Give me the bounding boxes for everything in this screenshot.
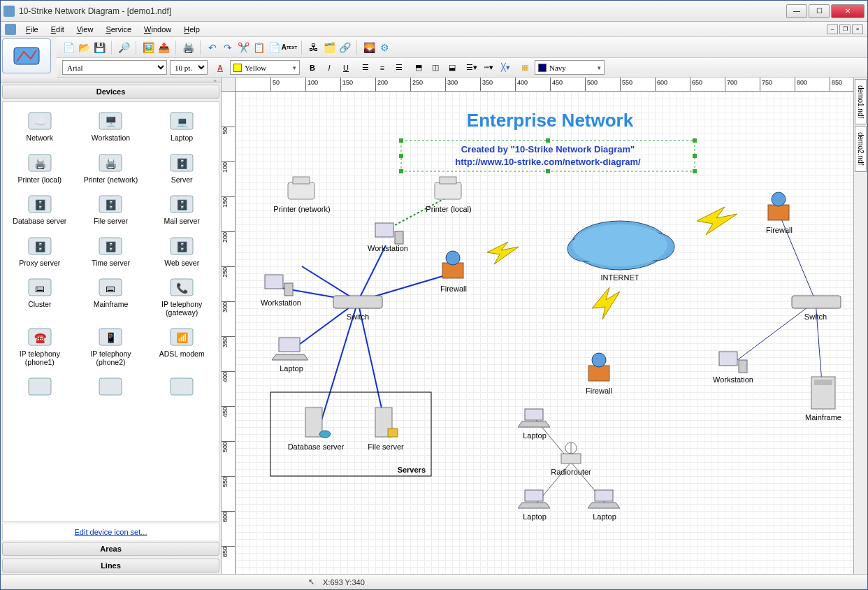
menu-window[interactable]: Window — [138, 24, 177, 35]
valign-middle-button[interactable]: ◫ — [428, 61, 442, 75]
menu-file[interactable]: File — [20, 24, 44, 35]
printer-network-node[interactable]: Printer (network) — [273, 177, 330, 213]
redo-icon[interactable]: ↷ — [222, 41, 234, 54]
device-palette-item[interactable]: ☎️IP telephony (phone1) — [4, 321, 75, 370]
valign-top-button[interactable]: ⬒ — [412, 61, 426, 75]
titlebar[interactable]: 10-Strike Network Diagram - [demo1.ndf] … — [1, 1, 867, 22]
add-link-icon[interactable]: 🔗 — [338, 41, 351, 54]
align-right-button[interactable]: ☰ — [392, 61, 406, 75]
device-palette-item[interactable]: 💻Laptop — [146, 105, 217, 147]
line-color-combo[interactable]: Navy ▾ — [535, 60, 605, 75]
laptop-rr3-node[interactable]: Laptop — [588, 490, 620, 521]
cut-icon[interactable]: ✂️ — [237, 41, 249, 54]
lines-panel-header[interactable]: Lines — [2, 559, 219, 573]
device-palette-item[interactable]: ☁️Network — [4, 105, 75, 147]
device-palette-item[interactable]: 🖴Cluster — [4, 271, 75, 321]
diagram-canvas[interactable]: Enterprise Network Created by "10-Strike… — [236, 92, 853, 574]
laptop-rr2-node[interactable]: Laptop — [518, 490, 550, 521]
devices-panel-header[interactable]: Devices — [2, 85, 219, 99]
italic-button[interactable]: I — [322, 61, 336, 75]
printer-local-node[interactable]: Printer (local) — [426, 177, 471, 213]
font-size-select[interactable]: 10 pt. — [170, 60, 208, 75]
switch-center-node[interactable]: Switch — [333, 296, 382, 321]
line-style-button[interactable]: ┉▾ — [482, 61, 496, 75]
mdi-close-button[interactable]: × — [852, 24, 863, 34]
switch-right-node[interactable]: Switch — [792, 296, 841, 321]
fill-style-button[interactable]: ▦ — [518, 61, 532, 75]
undo-icon[interactable]: ↶ — [206, 41, 219, 54]
device-palette-item[interactable]: 📱IP telephony (phone2) — [75, 321, 147, 370]
device-palette-item[interactable]: 🗄️Proxy server — [4, 230, 75, 272]
paste-icon[interactable]: 📄 — [268, 41, 280, 54]
line-width-button[interactable]: ☰▾ — [465, 61, 479, 75]
file-server-node[interactable]: File server — [368, 408, 404, 451]
servers-group-box[interactable] — [270, 392, 431, 476]
radiorouter-node[interactable]: Radiorouter — [551, 442, 591, 476]
device-palette-item[interactable]: 🖴Mainframe — [75, 271, 147, 321]
sidebar-grip[interactable]: « — [1, 78, 221, 83]
device-palette-item[interactable]: 🖨️Printer (local) — [4, 147, 75, 189]
internet-node[interactable]: INTERNET — [567, 221, 674, 282]
firewall-right-node[interactable]: Firewall — [766, 192, 793, 234]
device-palette-item[interactable]: 🗄️Server — [146, 147, 217, 189]
valign-bottom-button[interactable]: ⬓ — [445, 61, 459, 75]
device-palette-item[interactable]: 🗄️Time server — [75, 230, 147, 272]
svg-text:Laptop: Laptop — [523, 431, 547, 440]
mdi-minimize-button[interactable]: – — [827, 24, 838, 34]
device-palette-item[interactable] — [4, 370, 75, 404]
workstation-right-node[interactable]: Workstation — [713, 352, 753, 384]
device-palette-item[interactable]: 🗄️Mail server — [146, 188, 217, 230]
copy-icon[interactable]: 📋 — [252, 41, 265, 54]
firewall-bottom-node[interactable]: Firewall — [586, 353, 612, 395]
maximize-button[interactable]: ☐ — [809, 4, 830, 18]
font-color-button[interactable]: A — [213, 61, 227, 75]
bold-button[interactable]: B — [305, 61, 319, 75]
device-palette-item[interactable]: 🗄️Web sever — [146, 230, 217, 272]
picture-icon[interactable]: 🌄 — [363, 41, 375, 54]
scan-icon[interactable]: 🔎 — [117, 41, 130, 54]
workstation-top-node[interactable]: Workstation — [368, 223, 408, 252]
menu-view[interactable]: View — [71, 24, 99, 35]
areas-panel-header[interactable]: Areas — [2, 542, 219, 556]
line-pattern-button[interactable]: ╳▾ — [498, 61, 512, 75]
save-icon[interactable]: 💾 — [93, 41, 106, 54]
edit-icon-set-link[interactable]: Edit device icon set... — [2, 524, 219, 540]
device-palette-item[interactable]: 🖨️Printer (network) — [75, 147, 147, 189]
tab-demo2[interactable]: demo2.ndf — [855, 126, 867, 171]
device-label: Cluster — [28, 301, 51, 309]
mainframe-node[interactable]: Mainframe — [805, 377, 841, 422]
device-palette-item[interactable]: 📶ADSL modem — [146, 321, 217, 370]
export-icon[interactable]: 📤 — [157, 41, 170, 54]
device-palette-item[interactable] — [146, 370, 217, 404]
settings-icon[interactable]: ⚙ — [378, 41, 391, 54]
device-palette-item[interactable]: 🗄️File server — [75, 188, 147, 230]
laptop-rr1-node[interactable]: Laptop — [518, 409, 550, 440]
mdi-restore-button[interactable]: ❐ — [839, 24, 851, 34]
main-tool-icon[interactable] — [2, 38, 51, 73]
fill-color-combo[interactable]: Yellow ▾ — [230, 60, 300, 75]
text-tool-icon[interactable]: ATEXT — [283, 41, 296, 54]
tab-demo1[interactable]: demo1.ndf — [855, 79, 867, 124]
new-file-icon[interactable]: 📄 — [62, 41, 75, 54]
laptop-left-node[interactable]: Laptop — [272, 338, 308, 373]
add-area-icon[interactable]: 🗂️ — [323, 41, 335, 54]
close-button[interactable]: ✕ — [831, 4, 865, 18]
minimize-button[interactable]: — — [786, 4, 807, 18]
open-folder-icon[interactable]: 📂 — [78, 41, 90, 54]
print-icon[interactable]: 🖨️ — [182, 41, 194, 54]
align-center-button[interactable]: ≡ — [375, 61, 389, 75]
device-palette-item[interactable]: 🗄️Database server — [4, 188, 75, 230]
firewall-center-node[interactable]: Firewall — [440, 251, 467, 293]
device-palette-item[interactable]: 🖥️Workstation — [75, 105, 147, 147]
align-left-button[interactable]: ☰ — [359, 61, 372, 75]
device-palette-item[interactable] — [75, 370, 147, 404]
device-palette-item[interactable]: 📞IP telephony (gateway) — [146, 271, 217, 321]
menu-edit[interactable]: Edit — [45, 24, 70, 35]
menu-help[interactable]: Help — [178, 24, 205, 35]
font-family-select[interactable]: Arial — [62, 60, 167, 75]
image-icon[interactable]: 🖼️ — [142, 41, 154, 54]
underline-button[interactable]: U — [339, 61, 353, 75]
menu-service[interactable]: Service — [100, 24, 137, 35]
add-device-icon[interactable]: 🖧 — [308, 41, 320, 54]
db-server-node[interactable]: Database server — [288, 408, 345, 451]
